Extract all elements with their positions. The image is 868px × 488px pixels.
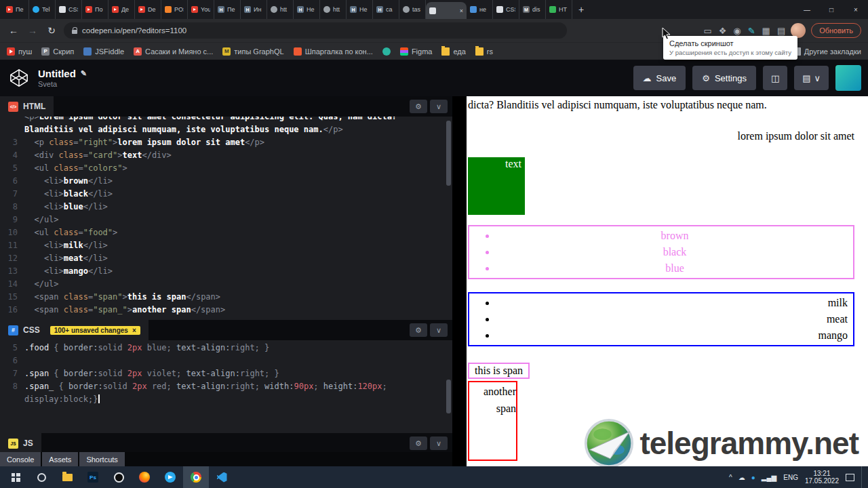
taskbar-clock[interactable]: 13:21 17.05.2022 xyxy=(805,470,839,485)
bookmark-item[interactable]: пуш xyxy=(7,47,32,56)
css-settings-button[interactable]: ⚙ xyxy=(410,323,427,337)
bookmark-item[interactable]: типы GraphQL xyxy=(222,47,283,56)
bookmark-item[interactable]: Figma xyxy=(400,47,433,56)
code-line[interactable]: 6 <li>brown</li> xyxy=(0,175,452,188)
close-button[interactable]: × xyxy=(844,0,868,19)
browser-tab[interactable]: Пе xyxy=(214,0,241,19)
extensions-icon[interactable]: ❖ xyxy=(719,26,727,36)
browser-tab[interactable]: не xyxy=(467,0,493,19)
unsaved-changes-badge[interactable]: 100+ unsaved changes × xyxy=(50,326,140,335)
tab-close-icon[interactable]: × xyxy=(460,7,463,14)
html-settings-button[interactable]: ⚙ xyxy=(410,100,427,113)
bookmark-item[interactable]: Сасаки и Мияно с... xyxy=(134,47,213,56)
code-line[interactable]: 5 <ul class="colors"> xyxy=(0,162,452,175)
search-icon[interactable] xyxy=(28,466,54,488)
js-collapse-button[interactable]: ∨ xyxy=(430,436,448,450)
layout-button[interactable]: ◫ xyxy=(763,66,787,90)
code-line[interactable]: 11 <li>milk</li> xyxy=(0,239,452,252)
firefox-icon[interactable] xyxy=(132,466,157,488)
code-line[interactable]: 7.span { border:solid 2px violet; text-a… xyxy=(0,367,452,380)
browser-tab[interactable]: HТ xyxy=(546,0,572,19)
language-indicator[interactable]: ENG xyxy=(783,474,798,481)
html-code[interactable]: <p>Lorem ipsum dolor sit amet consectetu… xyxy=(0,110,452,320)
code-line[interactable]: 4 <div class="card">text</div> xyxy=(0,149,452,162)
bookmark-item[interactable]: Скрип xyxy=(41,47,74,56)
code-line[interactable]: 16 <span class="span_">another span</spa… xyxy=(0,304,452,317)
forward-button[interactable]: → xyxy=(26,25,39,36)
screenshot-pen-icon[interactable]: ✎ xyxy=(748,26,755,36)
minimize-button[interactable]: — xyxy=(795,0,819,19)
code-line[interactable]: 9 </ul> xyxy=(0,214,452,226)
browser-tab[interactable]: × xyxy=(426,2,467,19)
code-line[interactable]: display:block;} xyxy=(0,393,452,406)
telegram-tray-icon[interactable]: ● xyxy=(751,474,755,481)
code-line[interactable]: 6 xyxy=(0,354,452,367)
browser-tab[interactable]: Ин xyxy=(241,0,267,19)
shortcuts-button[interactable]: Shortcuts xyxy=(79,452,124,466)
recorder-icon[interactable] xyxy=(106,466,132,488)
browser-tab[interactable]: htt xyxy=(267,0,294,19)
reading-list-icon[interactable]: ▤ xyxy=(777,26,785,36)
browser-tab[interactable]: Пе xyxy=(3,0,29,19)
browser-tab[interactable]: You xyxy=(188,0,214,19)
chrome-icon[interactable] xyxy=(183,466,209,488)
browser-tab[interactable]: De xyxy=(135,0,161,19)
network-icon[interactable]: ▂▄▆ xyxy=(762,474,776,481)
pen-author[interactable]: Sveta xyxy=(38,80,87,88)
code-line[interactable]: 7 <li>black</li> xyxy=(0,188,452,201)
css-collapse-button[interactable]: ∨ xyxy=(430,323,448,337)
badge-close-icon[interactable]: × xyxy=(132,327,136,334)
grid-icon[interactable]: ▦ xyxy=(762,26,770,36)
css-scrollbar[interactable] xyxy=(446,380,451,413)
browser-tab[interactable]: Не xyxy=(294,0,320,19)
other-bookmarks[interactable]: Другие закладки xyxy=(793,47,861,56)
settings-button[interactable]: ⚙ Settings xyxy=(692,66,756,90)
onedrive-icon[interactable]: ☁ xyxy=(738,474,745,481)
action-center-icon[interactable] xyxy=(846,474,854,481)
code-line[interactable]: 8.span_ { border:solid 2px red; text-ali… xyxy=(0,380,452,393)
browser-tab[interactable]: Tel xyxy=(29,0,56,19)
save-button[interactable]: ☁ Save xyxy=(633,66,686,90)
console-button[interactable]: Console xyxy=(0,452,41,466)
browser-tab[interactable]: dis xyxy=(519,0,546,19)
user-avatar[interactable] xyxy=(835,65,861,91)
browser-tab[interactable]: По xyxy=(82,0,108,19)
back-button[interactable]: ← xyxy=(7,25,20,36)
pen-title[interactable]: Untitled xyxy=(38,68,76,79)
html-scrollbar[interactable] xyxy=(446,121,451,186)
browser-tab[interactable]: CSS xyxy=(56,0,82,19)
view-dropdown-button[interactable]: ▤ ∨ xyxy=(794,66,829,90)
vscode-icon[interactable] xyxy=(209,466,235,488)
browser-tab[interactable]: са xyxy=(373,0,399,19)
browser-tab[interactable]: tas xyxy=(399,0,426,19)
browser-tab[interactable]: POS xyxy=(161,0,188,19)
html-collapse-button[interactable]: ∨ xyxy=(430,100,448,113)
assets-button[interactable]: Assets xyxy=(42,452,78,466)
bookmark-item[interactable]: еда xyxy=(441,47,465,56)
browser-tab[interactable]: CSS xyxy=(493,0,519,19)
reload-button[interactable]: ↻ xyxy=(45,25,58,36)
code-line[interactable]: 3 <p class="right">lorem ipsum dolor sit… xyxy=(0,136,452,149)
code-line[interactable]: 12 <li>meat</li> xyxy=(0,252,452,265)
js-settings-button[interactable]: ⚙ xyxy=(410,436,427,450)
css-panel-tab[interactable]: CSS 100+ unsaved changes × xyxy=(0,320,149,340)
bookmark-item[interactable]: Шпаргалка по кон... xyxy=(294,47,373,56)
css-code[interactable]: 5.food { border:solid 2px blue; text-ali… xyxy=(0,340,452,433)
html-panel-tab[interactable]: HTML xyxy=(0,96,54,117)
address-bar[interactable]: codepen.io/pen/?editors=1100 xyxy=(64,22,567,39)
update-button[interactable]: Обновить xyxy=(811,23,861,38)
start-icon[interactable] xyxy=(3,466,28,488)
browser-tab[interactable]: Де xyxy=(108,0,135,19)
code-line[interactable]: 10 <ul class="food"> xyxy=(0,226,452,239)
edit-title-icon[interactable]: ✎ xyxy=(81,69,87,78)
browser-tab[interactable]: Не xyxy=(347,0,373,19)
bookmark-item[interactable]: rs xyxy=(475,47,493,56)
url-text[interactable]: codepen.io/pen/?editors=1100 xyxy=(82,26,186,35)
explorer-icon[interactable] xyxy=(54,466,80,488)
cast-icon[interactable]: ▭ xyxy=(703,26,711,36)
js-panel-tab[interactable]: JS xyxy=(0,433,41,452)
bookmark-item[interactable] xyxy=(382,47,391,56)
photoshop-icon[interactable] xyxy=(80,466,106,488)
code-line[interactable]: 13 <li>mango</li> xyxy=(0,265,452,278)
maximize-button[interactable]: □ xyxy=(819,0,844,19)
